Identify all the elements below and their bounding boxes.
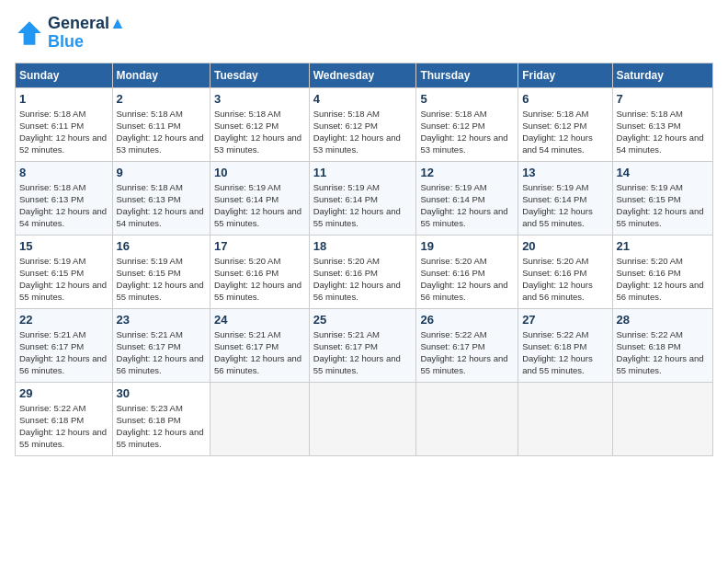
day-number: 3 (214, 92, 305, 106)
logo-text: General▲ Blue (48, 15, 126, 52)
day-info: Sunrise: 5:18 AM Sunset: 6:12 PM Dayligh… (522, 108, 608, 156)
day-number: 8 (19, 166, 108, 179)
day-number: 27 (522, 313, 608, 327)
day-number: 22 (19, 313, 108, 327)
calendar-cell (309, 382, 416, 455)
calendar-cell: 24 Sunrise: 5:21 AM Sunset: 6:17 PM Dayl… (210, 308, 310, 382)
day-info: Sunrise: 5:20 AM Sunset: 6:16 PM Dayligh… (522, 255, 608, 304)
day-number: 25 (313, 313, 413, 327)
calendar-cell: 21 Sunrise: 5:20 AM Sunset: 6:16 PM Dayl… (612, 235, 712, 308)
calendar-cell: 28 Sunrise: 5:22 AM Sunset: 6:18 PM Dayl… (612, 308, 712, 382)
day-info: Sunrise: 5:19 AM Sunset: 6:14 PM Dayligh… (313, 181, 413, 230)
day-number: 11 (313, 166, 413, 179)
day-number: 10 (214, 166, 305, 179)
day-info: Sunrise: 5:20 AM Sunset: 6:16 PM Dayligh… (214, 255, 305, 304)
calendar-cell: 2 Sunrise: 5:18 AM Sunset: 6:11 PM Dayli… (112, 87, 210, 161)
column-header-wednesday: Wednesday (309, 63, 416, 87)
day-number: 23 (117, 313, 206, 327)
day-info: Sunrise: 5:20 AM Sunset: 6:16 PM Dayligh… (420, 255, 514, 304)
calendar-cell: 7 Sunrise: 5:18 AM Sunset: 6:13 PM Dayli… (612, 87, 712, 161)
day-number: 16 (117, 239, 206, 253)
calendar-cell: 16 Sunrise: 5:19 AM Sunset: 6:15 PM Dayl… (112, 235, 210, 308)
day-number: 30 (117, 386, 206, 400)
column-header-tuesday: Tuesday (210, 63, 310, 87)
day-info: Sunrise: 5:18 AM Sunset: 6:12 PM Dayligh… (214, 108, 305, 156)
day-number: 15 (19, 239, 108, 253)
day-info: Sunrise: 5:22 AM Sunset: 6:17 PM Dayligh… (420, 328, 514, 377)
calendar-cell: 20 Sunrise: 5:20 AM Sunset: 6:16 PM Dayl… (518, 235, 612, 308)
calendar-cell: 19 Sunrise: 5:20 AM Sunset: 6:16 PM Dayl… (416, 235, 518, 308)
header-row: SundayMondayTuesdayWednesdayThursdayFrid… (16, 63, 713, 87)
calendar-cell: 17 Sunrise: 5:20 AM Sunset: 6:16 PM Dayl… (210, 235, 310, 308)
calendar-cell: 13 Sunrise: 5:19 AM Sunset: 6:14 PM Dayl… (518, 161, 612, 235)
calendar-cell: 11 Sunrise: 5:19 AM Sunset: 6:14 PM Dayl… (309, 161, 416, 235)
day-info: Sunrise: 5:18 AM Sunset: 6:13 PM Dayligh… (117, 181, 206, 230)
calendar-cell: 15 Sunrise: 5:19 AM Sunset: 6:15 PM Dayl… (16, 235, 113, 308)
logo-icon (15, 18, 44, 48)
calendar-table: SundayMondayTuesdayWednesdayThursdayFrid… (15, 63, 713, 456)
day-info: Sunrise: 5:19 AM Sunset: 6:14 PM Dayligh… (522, 181, 608, 230)
calendar-week-4: 22 Sunrise: 5:21 AM Sunset: 6:17 PM Dayl… (16, 308, 713, 382)
calendar-cell: 12 Sunrise: 5:19 AM Sunset: 6:14 PM Dayl… (416, 161, 518, 235)
calendar-cell: 22 Sunrise: 5:21 AM Sunset: 6:17 PM Dayl… (16, 308, 113, 382)
day-number: 5 (420, 92, 514, 106)
day-info: Sunrise: 5:19 AM Sunset: 6:15 PM Dayligh… (117, 255, 206, 304)
day-number: 12 (420, 166, 514, 179)
calendar-cell: 8 Sunrise: 5:18 AM Sunset: 6:13 PM Dayli… (16, 161, 113, 235)
day-number: 21 (617, 239, 709, 253)
calendar-cell: 1 Sunrise: 5:18 AM Sunset: 6:11 PM Dayli… (16, 87, 113, 161)
day-number: 28 (617, 313, 709, 327)
day-info: Sunrise: 5:23 AM Sunset: 6:18 PM Dayligh… (117, 402, 206, 451)
day-number: 19 (420, 239, 514, 253)
day-info: Sunrise: 5:19 AM Sunset: 6:14 PM Dayligh… (420, 181, 514, 230)
day-number: 9 (117, 166, 206, 179)
day-number: 2 (117, 92, 206, 106)
calendar-cell (612, 382, 712, 455)
calendar-week-2: 8 Sunrise: 5:18 AM Sunset: 6:13 PM Dayli… (16, 161, 713, 235)
day-info: Sunrise: 5:18 AM Sunset: 6:11 PM Dayligh… (117, 108, 206, 156)
column-header-saturday: Saturday (612, 63, 712, 87)
day-info: Sunrise: 5:21 AM Sunset: 6:17 PM Dayligh… (19, 328, 108, 377)
calendar-cell: 5 Sunrise: 5:18 AM Sunset: 6:12 PM Dayli… (416, 87, 518, 161)
calendar-cell: 23 Sunrise: 5:21 AM Sunset: 6:17 PM Dayl… (112, 308, 210, 382)
calendar-header: SundayMondayTuesdayWednesdayThursdayFrid… (16, 63, 713, 87)
calendar-cell: 29 Sunrise: 5:22 AM Sunset: 6:18 PM Dayl… (16, 382, 113, 455)
column-header-friday: Friday (518, 63, 612, 87)
day-info: Sunrise: 5:21 AM Sunset: 6:17 PM Dayligh… (214, 328, 305, 377)
day-info: Sunrise: 5:19 AM Sunset: 6:15 PM Dayligh… (19, 255, 108, 304)
calendar-cell: 25 Sunrise: 5:21 AM Sunset: 6:17 PM Dayl… (309, 308, 416, 382)
day-number: 26 (420, 313, 514, 327)
calendar-cell: 30 Sunrise: 5:23 AM Sunset: 6:18 PM Dayl… (112, 382, 210, 455)
calendar-cell: 6 Sunrise: 5:18 AM Sunset: 6:12 PM Dayli… (518, 87, 612, 161)
calendar-cell (518, 382, 612, 455)
day-number: 6 (522, 92, 608, 106)
day-number: 20 (522, 239, 608, 253)
day-number: 14 (617, 166, 709, 179)
day-info: Sunrise: 5:18 AM Sunset: 6:11 PM Dayligh… (19, 108, 108, 156)
day-info: Sunrise: 5:20 AM Sunset: 6:16 PM Dayligh… (313, 255, 413, 304)
logo: General▲ Blue (15, 15, 126, 52)
svg-marker-0 (17, 21, 41, 45)
calendar-week-1: 1 Sunrise: 5:18 AM Sunset: 6:11 PM Dayli… (16, 87, 713, 161)
column-header-monday: Monday (112, 63, 210, 87)
calendar-cell: 3 Sunrise: 5:18 AM Sunset: 6:12 PM Dayli… (210, 87, 310, 161)
day-info: Sunrise: 5:21 AM Sunset: 6:17 PM Dayligh… (313, 328, 413, 377)
page-header: General▲ Blue (15, 15, 713, 52)
day-info: Sunrise: 5:22 AM Sunset: 6:18 PM Dayligh… (522, 328, 608, 377)
day-number: 17 (214, 239, 305, 253)
calendar-cell: 9 Sunrise: 5:18 AM Sunset: 6:13 PM Dayli… (112, 161, 210, 235)
day-info: Sunrise: 5:22 AM Sunset: 6:18 PM Dayligh… (19, 402, 108, 451)
calendar-cell: 10 Sunrise: 5:19 AM Sunset: 6:14 PM Dayl… (210, 161, 310, 235)
calendar-cell: 18 Sunrise: 5:20 AM Sunset: 6:16 PM Dayl… (309, 235, 416, 308)
day-info: Sunrise: 5:22 AM Sunset: 6:18 PM Dayligh… (617, 328, 709, 377)
calendar-cell (210, 382, 310, 455)
day-info: Sunrise: 5:18 AM Sunset: 6:13 PM Dayligh… (617, 108, 709, 156)
day-number: 1 (19, 92, 108, 106)
day-info: Sunrise: 5:18 AM Sunset: 6:13 PM Dayligh… (19, 181, 108, 230)
day-number: 18 (313, 239, 413, 253)
day-number: 4 (313, 92, 413, 106)
day-number: 13 (522, 166, 608, 179)
calendar-cell: 14 Sunrise: 5:19 AM Sunset: 6:15 PM Dayl… (612, 161, 712, 235)
calendar-cell: 4 Sunrise: 5:18 AM Sunset: 6:12 PM Dayli… (309, 87, 416, 161)
column-header-sunday: Sunday (16, 63, 113, 87)
